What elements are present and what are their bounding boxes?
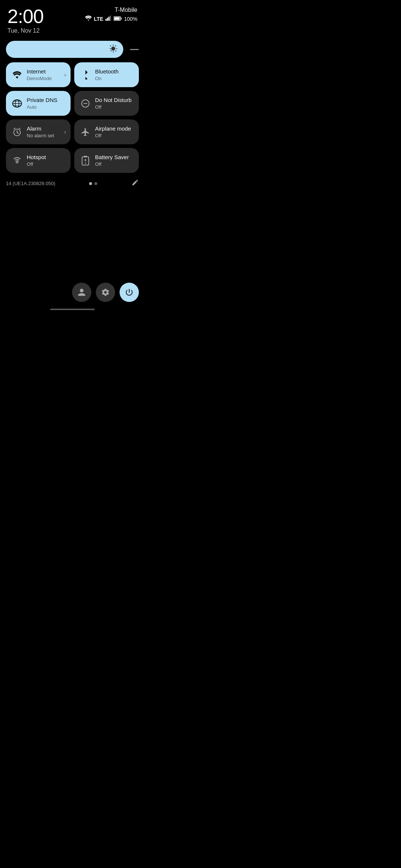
footer-bar: 14 (UE1A.230829.050) <box>6 179 139 188</box>
tile-alarm-text: Alarm No alarm set <box>27 125 54 138</box>
brightness-icon <box>108 44 118 55</box>
tile-internet[interactable]: Internet DemoMode › <box>6 62 71 87</box>
quick-settings-grid: Internet DemoMode › Bluetooth On <box>6 62 139 173</box>
alarm-icon <box>12 127 22 137</box>
tile-dnd-subtitle: Off <box>95 104 131 110</box>
tile-internet-title: Internet <box>27 68 52 75</box>
time-date: 2:00 Tue, Nov 12 <box>7 7 43 34</box>
svg-rect-1 <box>107 18 108 21</box>
dot-2 <box>94 182 97 185</box>
status-bar: 2:00 Tue, Nov 12 T-Mobile LTE <box>0 0 145 38</box>
brightness-divider <box>130 49 139 50</box>
tile-private-dns-title: Private DNS <box>27 97 58 103</box>
home-indicator <box>50 309 95 310</box>
svg-rect-3 <box>110 16 111 21</box>
carrier-label: T-Mobile <box>85 7 137 13</box>
tile-alarm-subtitle: No alarm set <box>27 133 54 138</box>
svg-rect-0 <box>105 19 107 21</box>
tile-airplane-text: Airplane mode Off <box>95 125 131 138</box>
tile-internet-subtitle: DemoMode <box>27 76 52 81</box>
build-version: 14 (UE1A.230829.050) <box>6 181 55 186</box>
battery-icon <box>114 16 122 22</box>
status-icons: LTE 100% <box>85 16 137 22</box>
tile-private-dns-subtitle: Auto <box>27 104 58 110</box>
svg-line-16 <box>17 132 19 134</box>
tile-bluetooth-subtitle: On <box>95 76 118 81</box>
user-button[interactable] <box>72 283 91 302</box>
wifi-status-icon <box>85 16 92 22</box>
tile-do-not-disturb[interactable]: Do Not Disturb Off <box>74 91 139 116</box>
tile-bluetooth-text: Bluetooth On <box>95 68 118 81</box>
tile-hotspot-subtitle: Off <box>27 161 46 167</box>
clock: 2:00 <box>7 7 43 26</box>
tile-hotspot-text: Hotspot Off <box>27 154 46 167</box>
power-button[interactable] <box>120 283 139 302</box>
system-buttons <box>72 283 139 302</box>
svg-rect-6 <box>114 17 120 20</box>
tile-airplane-subtitle: Off <box>95 133 131 138</box>
edit-icon[interactable] <box>131 179 139 188</box>
tile-hotspot-title: Hotspot <box>27 154 46 161</box>
tile-private-dns-text: Private DNS Auto <box>27 97 58 110</box>
tile-battery-saver[interactable]: Battery Saver Off <box>74 148 139 173</box>
svg-rect-21 <box>84 156 87 157</box>
tile-internet-chevron: › <box>64 72 66 78</box>
tile-bluetooth[interactable]: Bluetooth On <box>74 62 139 87</box>
svg-point-19 <box>16 161 18 162</box>
svg-rect-2 <box>108 17 110 21</box>
svg-rect-5 <box>121 18 122 20</box>
battery-saver-icon <box>80 155 91 166</box>
tile-alarm-chevron: › <box>64 129 66 135</box>
tile-battery-saver-text: Battery Saver Off <box>95 154 129 167</box>
date: Tue, Nov 12 <box>7 27 43 34</box>
tile-airplane-title: Airplane mode <box>95 125 131 132</box>
tile-private-dns[interactable]: Private DNS Auto <box>6 91 71 116</box>
tile-alarm-title: Alarm <box>27 125 54 132</box>
brightness-row <box>6 41 139 58</box>
svg-line-18 <box>19 128 20 129</box>
hotspot-icon <box>12 155 22 166</box>
tile-battery-saver-title: Battery Saver <box>95 154 129 161</box>
settings-button[interactable] <box>96 283 115 302</box>
battery-percent: 100% <box>124 16 137 22</box>
status-icons-group: T-Mobile LTE <box>85 7 137 22</box>
airplane-icon <box>80 127 91 137</box>
dot-1 <box>89 182 92 185</box>
tile-dnd-title: Do Not Disturb <box>95 97 131 103</box>
tile-dnd-text: Do Not Disturb Off <box>95 97 131 110</box>
tile-airplane-mode[interactable]: Airplane mode Off <box>74 119 139 144</box>
lte-label: LTE <box>94 16 103 22</box>
tile-hotspot[interactable]: Hotspot Off <box>6 148 71 173</box>
wifi-icon <box>12 70 22 80</box>
pagination-dots <box>89 182 97 185</box>
svg-line-17 <box>14 128 15 129</box>
bluetooth-icon <box>80 70 91 80</box>
brightness-slider[interactable] <box>6 41 123 58</box>
tile-internet-text: Internet DemoMode <box>27 68 52 81</box>
signal-icon <box>105 16 111 22</box>
tile-battery-saver-subtitle: Off <box>95 161 129 167</box>
private-dns-icon <box>12 98 22 109</box>
tile-bluetooth-title: Bluetooth <box>95 68 118 75</box>
tile-alarm[interactable]: Alarm No alarm set › <box>6 119 71 144</box>
dnd-icon <box>80 98 91 109</box>
